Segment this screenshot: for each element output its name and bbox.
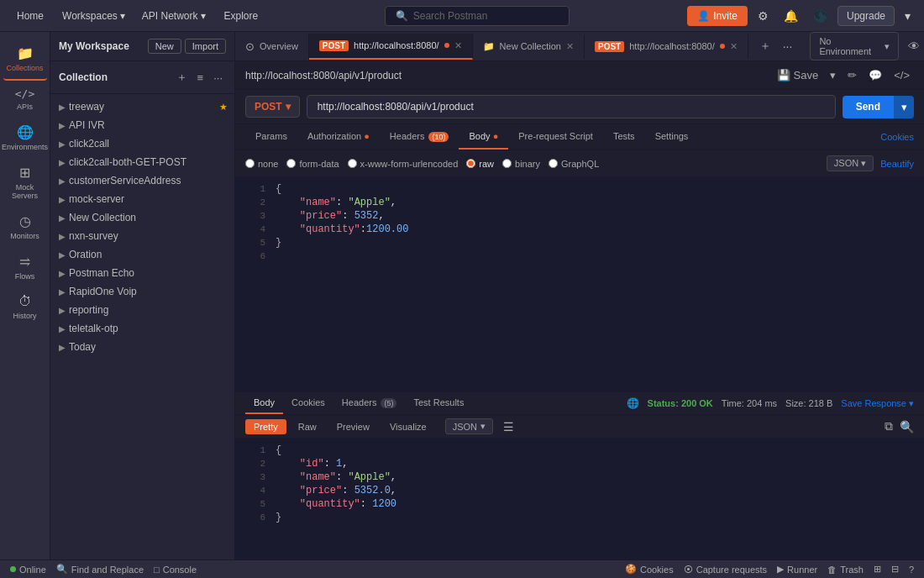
collection-item[interactable]: ▶ click2call	[50, 134, 234, 153]
fmt-visualize[interactable]: Visualize	[381, 419, 435, 434]
tab-headers[interactable]: Headers (10)	[380, 124, 459, 150]
save-button[interactable]: 💾 Save	[773, 66, 822, 84]
resp-json-select[interactable]: JSON ▾	[445, 418, 493, 434]
capture-button[interactable]: ⦿ Capture requests	[684, 565, 767, 575]
tab-tests[interactable]: Tests	[603, 124, 645, 150]
layout-button[interactable]: ⊞	[874, 564, 881, 575]
response-body-editor[interactable]: 1{2 "id": 1,3 "name": "Apple",4 "price":…	[235, 439, 924, 560]
sidebar-item-collections[interactable]: 📁 Collections	[3, 39, 47, 81]
request-body-editor[interactable]: 1{2 "name": "Apple",3 "price": 5352,4 "q…	[235, 177, 924, 391]
sidebar-item-mock-servers[interactable]: ⊞ Mock Servers	[3, 158, 47, 207]
collection-item[interactable]: ▶ API IVR	[50, 116, 234, 134]
close-collection-tab-icon[interactable]: ✕	[566, 41, 574, 52]
fmt-pretty[interactable]: Pretty	[245, 419, 286, 434]
sidebar-item-history[interactable]: ⏱ History	[3, 287, 47, 327]
invite-button[interactable]: 👤 Invite	[687, 6, 748, 26]
avatar-button[interactable]: 🌑	[808, 6, 832, 26]
nav-home[interactable]: Home	[8, 7, 52, 25]
import-button[interactable]: Import	[185, 39, 226, 54]
console-button[interactable]: □ Console	[154, 565, 197, 575]
search-response-button[interactable]: 🔍	[900, 419, 914, 434]
upgrade-button[interactable]: Upgrade	[837, 6, 895, 26]
collection-item[interactable]: ▶ reporting	[50, 301, 234, 319]
environment-select[interactable]: No Environment ▾	[810, 32, 899, 60]
runner-button[interactable]: ▶ Runner	[777, 564, 817, 575]
collection-item[interactable]: ▶ nxn-survey	[50, 227, 234, 245]
collection-item[interactable]: ▶ Oration	[50, 245, 234, 264]
binary-radio[interactable]	[502, 159, 512, 168]
method-select[interactable]: POST ▾	[245, 96, 300, 118]
edit-button[interactable]: ✏	[843, 66, 861, 84]
more-collections-button[interactable]: ···	[210, 68, 226, 87]
tab-params[interactable]: Params	[245, 124, 297, 150]
env-settings-button[interactable]: 👁	[904, 37, 924, 55]
resp-tab-body[interactable]: Body	[245, 392, 283, 414]
collection-item[interactable]: ▶ mock-server	[50, 190, 234, 208]
split-button[interactable]: ⊟	[891, 564, 899, 575]
sidebar-item-environments[interactable]: 🌐 Environments	[3, 118, 47, 158]
collection-item[interactable]: ▶ treeway ★	[50, 97, 234, 116]
body-graphql[interactable]: GraphQL	[549, 159, 599, 169]
cookies-link[interactable]: Cookies	[880, 132, 914, 142]
online-status[interactable]: Online	[10, 565, 46, 575]
resp-tab-test-results[interactable]: Test Results	[405, 392, 472, 414]
more-tabs-button[interactable]: ···	[779, 37, 797, 55]
beautify-button[interactable]: Beautify	[880, 159, 914, 169]
body-binary[interactable]: binary	[502, 159, 540, 169]
bell-button[interactable]: 🔔	[779, 6, 803, 26]
collection-item[interactable]: ▶ click2call-both-GET-POST	[50, 153, 234, 171]
resp-tab-headers[interactable]: Headers (5)	[333, 392, 406, 414]
send-button[interactable]: Send	[843, 96, 894, 118]
body-form-data[interactable]: form-data	[286, 159, 339, 169]
fmt-raw[interactable]: Raw	[290, 419, 325, 434]
search-container[interactable]: 🔍 Search Postman	[385, 6, 570, 26]
form-data-radio[interactable]	[286, 159, 296, 168]
collection-item[interactable]: ▶ customerServiceAddress	[50, 171, 234, 190]
body-raw[interactable]: raw	[466, 159, 494, 169]
nav-explore[interactable]: Explore	[216, 7, 267, 25]
add-collection-button[interactable]: ＋	[173, 68, 191, 87]
tab-post-2[interactable]: POST http://localhost:8080/ ✕	[585, 34, 748, 59]
tab-post-1[interactable]: POST http://localhost:8080/ ✕	[309, 34, 473, 60]
close-tab-icon[interactable]: ✕	[454, 40, 462, 51]
sidebar-item-monitors[interactable]: ◷ Monitors	[3, 207, 47, 247]
tab-overview[interactable]: ⊙ Overview	[235, 34, 309, 60]
collection-item[interactable]: ▶ Postman Echo	[50, 264, 234, 282]
settings-button[interactable]: ⚙	[753, 6, 774, 26]
collection-item[interactable]: ▶ RapidOne Voip	[50, 282, 234, 301]
code-button[interactable]: </>	[890, 66, 914, 84]
add-tab-button[interactable]: ＋	[755, 36, 775, 56]
new-button[interactable]: New	[148, 39, 181, 54]
resp-tab-cookies[interactable]: Cookies	[283, 392, 333, 414]
tab-settings[interactable]: Settings	[645, 124, 699, 150]
tab-prerequest[interactable]: Pre-request Script	[508, 124, 603, 150]
collection-item[interactable]: ▶ teletalk-otp	[50, 319, 234, 338]
send-dropdown-button[interactable]: ▾	[894, 96, 914, 118]
none-radio[interactable]	[245, 159, 255, 168]
nav-api-network[interactable]: API Network ▾	[135, 7, 213, 25]
raw-radio[interactable]	[466, 159, 475, 168]
graphql-radio[interactable]	[549, 159, 558, 168]
close-tab-2-icon[interactable]: ✕	[730, 41, 738, 52]
json-format-select[interactable]: JSON ▾	[827, 155, 874, 171]
comment-button[interactable]: 💬	[864, 66, 886, 84]
body-none[interactable]: none	[245, 159, 278, 169]
url-input[interactable]	[307, 95, 836, 118]
copy-button[interactable]: ⧉	[885, 419, 893, 434]
find-replace-button[interactable]: 🔍 Find and Replace	[56, 564, 144, 575]
tab-authorization[interactable]: Authorization ●	[297, 124, 380, 150]
collection-item[interactable]: ▶ New Collection	[50, 208, 234, 227]
cookies-button[interactable]: 🍪 Cookies	[625, 564, 674, 575]
save-response-button[interactable]: Save Response ▾	[841, 398, 914, 409]
filter-collection-button[interactable]: ≡	[194, 68, 207, 87]
tab-body[interactable]: Body ●	[459, 124, 508, 150]
more-button[interactable]: ▾	[900, 6, 916, 26]
sidebar-item-flows[interactable]: ⥤ Flows	[3, 247, 47, 287]
collection-item[interactable]: ▶ Today	[50, 338, 234, 356]
urlencoded-radio[interactable]	[348, 159, 357, 168]
tab-new-collection[interactable]: 📁 New Collection ✕	[473, 34, 585, 59]
save-dropdown-button[interactable]: ▾	[826, 66, 840, 84]
filter-icon[interactable]: ☰	[503, 420, 514, 434]
body-urlencoded[interactable]: x-www-form-urlencoded	[348, 159, 459, 169]
help-button[interactable]: ?	[909, 565, 914, 575]
